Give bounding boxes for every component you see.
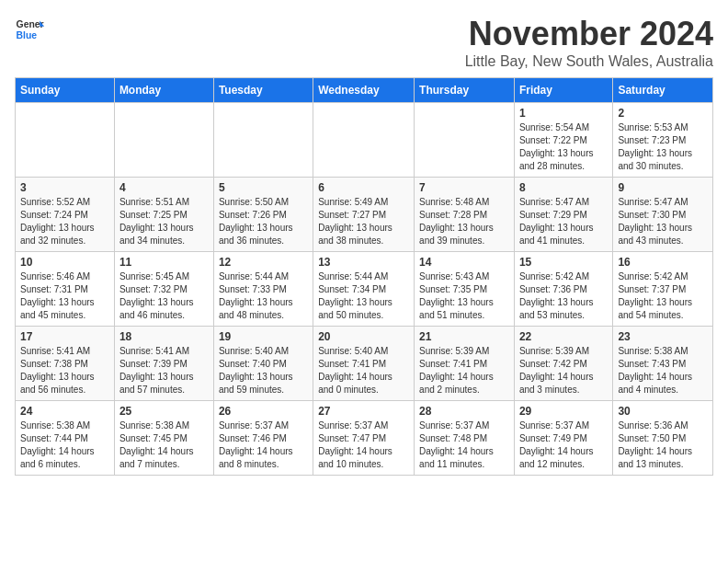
- day-info: Sunrise: 5:52 AM Sunset: 7:24 PM Dayligh…: [20, 196, 109, 247]
- day-info: Sunrise: 5:53 AM Sunset: 7:23 PM Dayligh…: [618, 121, 708, 173]
- calendar-day-cell: 14Sunrise: 5:43 AM Sunset: 7:35 PM Dayli…: [415, 252, 515, 327]
- day-number: 1: [519, 107, 608, 120]
- weekday-header: Wednesday: [313, 78, 415, 103]
- calendar-day-cell: 24Sunrise: 5:38 AM Sunset: 7:44 PM Dayli…: [16, 401, 115, 476]
- calendar-day-cell: 30Sunrise: 5:36 AM Sunset: 7:50 PM Dayli…: [613, 401, 713, 476]
- day-info: Sunrise: 5:46 AM Sunset: 7:31 PM Dayligh…: [20, 270, 109, 322]
- calendar-day-cell: 12Sunrise: 5:44 AM Sunset: 7:33 PM Dayli…: [213, 252, 313, 327]
- day-info: Sunrise: 5:48 AM Sunset: 7:28 PM Dayligh…: [419, 196, 509, 247]
- day-number: 23: [618, 330, 708, 343]
- day-number: 29: [519, 405, 608, 418]
- calendar-day-cell: 10Sunrise: 5:46 AM Sunset: 7:31 PM Dayli…: [16, 252, 115, 327]
- calendar-day-cell: 23Sunrise: 5:38 AM Sunset: 7:43 PM Dayli…: [613, 327, 713, 401]
- day-number: 10: [20, 256, 109, 269]
- day-number: 22: [519, 330, 608, 343]
- calendar-table: SundayMondayTuesdayWednesdayThursdayFrid…: [15, 77, 713, 476]
- day-info: Sunrise: 5:41 AM Sunset: 7:39 PM Dayligh…: [119, 345, 209, 396]
- day-number: 18: [119, 330, 209, 343]
- calendar-day-cell: 15Sunrise: 5:42 AM Sunset: 7:36 PM Dayli…: [514, 252, 612, 327]
- day-info: Sunrise: 5:40 AM Sunset: 7:40 PM Dayligh…: [219, 345, 308, 396]
- calendar-body: 1Sunrise: 5:54 AM Sunset: 7:22 PM Daylig…: [16, 103, 713, 476]
- calendar-week-row: 1Sunrise: 5:54 AM Sunset: 7:22 PM Daylig…: [16, 103, 713, 178]
- month-title: November 2024: [465, 15, 713, 53]
- day-info: Sunrise: 5:47 AM Sunset: 7:29 PM Dayligh…: [519, 196, 608, 247]
- day-number: 30: [618, 405, 708, 418]
- calendar-week-row: 24Sunrise: 5:38 AM Sunset: 7:44 PM Dayli…: [16, 401, 713, 476]
- day-number: 4: [119, 181, 209, 194]
- calendar-day-cell: [16, 103, 115, 178]
- day-number: 12: [219, 256, 308, 269]
- day-info: Sunrise: 5:38 AM Sunset: 7:44 PM Dayligh…: [20, 419, 109, 471]
- calendar-day-cell: 9Sunrise: 5:47 AM Sunset: 7:30 PM Daylig…: [613, 178, 713, 252]
- weekday-header: Monday: [114, 78, 213, 103]
- calendar-day-cell: 19Sunrise: 5:40 AM Sunset: 7:40 PM Dayli…: [213, 327, 313, 401]
- calendar-day-cell: 27Sunrise: 5:37 AM Sunset: 7:47 PM Dayli…: [313, 401, 415, 476]
- calendar-week-row: 10Sunrise: 5:46 AM Sunset: 7:31 PM Dayli…: [16, 252, 713, 327]
- day-number: 17: [20, 330, 109, 343]
- day-info: Sunrise: 5:39 AM Sunset: 7:41 PM Dayligh…: [419, 345, 509, 396]
- calendar-day-cell: [415, 103, 515, 178]
- calendar-day-cell: 5Sunrise: 5:50 AM Sunset: 7:26 PM Daylig…: [213, 178, 313, 252]
- day-info: Sunrise: 5:42 AM Sunset: 7:37 PM Dayligh…: [618, 270, 708, 322]
- calendar-day-cell: 29Sunrise: 5:37 AM Sunset: 7:49 PM Dayli…: [514, 401, 612, 476]
- day-info: Sunrise: 5:44 AM Sunset: 7:34 PM Dayligh…: [318, 270, 409, 322]
- weekday-header: Sunday: [16, 78, 115, 103]
- calendar-day-cell: 18Sunrise: 5:41 AM Sunset: 7:39 PM Dayli…: [114, 327, 213, 401]
- page-header: General Blue November 2024 Little Bay, N…: [15, 15, 713, 70]
- calendar-day-cell: 26Sunrise: 5:37 AM Sunset: 7:46 PM Dayli…: [213, 401, 313, 476]
- day-info: Sunrise: 5:41 AM Sunset: 7:38 PM Dayligh…: [20, 345, 109, 396]
- day-number: 20: [318, 330, 409, 343]
- day-info: Sunrise: 5:38 AM Sunset: 7:45 PM Dayligh…: [119, 419, 209, 471]
- day-number: 3: [20, 181, 109, 194]
- day-info: Sunrise: 5:54 AM Sunset: 7:22 PM Dayligh…: [519, 121, 608, 173]
- calendar-day-cell: 11Sunrise: 5:45 AM Sunset: 7:32 PM Dayli…: [114, 252, 213, 327]
- calendar-day-cell: 13Sunrise: 5:44 AM Sunset: 7:34 PM Dayli…: [313, 252, 415, 327]
- calendar-day-cell: 2Sunrise: 5:53 AM Sunset: 7:23 PM Daylig…: [613, 103, 713, 178]
- day-number: 25: [119, 405, 209, 418]
- day-info: Sunrise: 5:42 AM Sunset: 7:36 PM Dayligh…: [519, 270, 608, 322]
- day-number: 7: [419, 181, 509, 194]
- day-info: Sunrise: 5:50 AM Sunset: 7:26 PM Dayligh…: [219, 196, 308, 247]
- weekday-header: Tuesday: [213, 78, 313, 103]
- day-number: 19: [219, 330, 308, 343]
- calendar-day-cell: [213, 103, 313, 178]
- day-info: Sunrise: 5:49 AM Sunset: 7:27 PM Dayligh…: [318, 196, 409, 247]
- calendar-day-cell: 7Sunrise: 5:48 AM Sunset: 7:28 PM Daylig…: [415, 178, 515, 252]
- day-info: Sunrise: 5:40 AM Sunset: 7:41 PM Dayligh…: [318, 345, 409, 396]
- calendar-header-row: SundayMondayTuesdayWednesdayThursdayFrid…: [16, 78, 713, 103]
- day-number: 26: [219, 405, 308, 418]
- day-number: 21: [419, 330, 509, 343]
- calendar-day-cell: 21Sunrise: 5:39 AM Sunset: 7:41 PM Dayli…: [415, 327, 515, 401]
- day-info: Sunrise: 5:51 AM Sunset: 7:25 PM Dayligh…: [119, 196, 209, 247]
- day-number: 2: [618, 107, 708, 120]
- day-number: 14: [419, 256, 509, 269]
- day-info: Sunrise: 5:45 AM Sunset: 7:32 PM Dayligh…: [119, 270, 209, 322]
- day-info: Sunrise: 5:37 AM Sunset: 7:48 PM Dayligh…: [419, 419, 509, 471]
- calendar-week-row: 3Sunrise: 5:52 AM Sunset: 7:24 PM Daylig…: [16, 178, 713, 252]
- location: Little Bay, New South Wales, Australia: [465, 53, 713, 70]
- calendar-day-cell: 17Sunrise: 5:41 AM Sunset: 7:38 PM Dayli…: [16, 327, 115, 401]
- logo: General Blue: [15, 15, 44, 44]
- day-info: Sunrise: 5:37 AM Sunset: 7:49 PM Dayligh…: [519, 419, 608, 471]
- day-info: Sunrise: 5:37 AM Sunset: 7:47 PM Dayligh…: [318, 419, 409, 471]
- calendar-day-cell: 6Sunrise: 5:49 AM Sunset: 7:27 PM Daylig…: [313, 178, 415, 252]
- weekday-header: Thursday: [415, 78, 515, 103]
- day-info: Sunrise: 5:36 AM Sunset: 7:50 PM Dayligh…: [618, 419, 708, 471]
- day-info: Sunrise: 5:44 AM Sunset: 7:33 PM Dayligh…: [219, 270, 308, 322]
- calendar-day-cell: 28Sunrise: 5:37 AM Sunset: 7:48 PM Dayli…: [415, 401, 515, 476]
- day-number: 13: [318, 256, 409, 269]
- svg-text:Blue: Blue: [17, 30, 38, 40]
- calendar-day-cell: 1Sunrise: 5:54 AM Sunset: 7:22 PM Daylig…: [514, 103, 612, 178]
- weekday-header: Friday: [514, 78, 612, 103]
- weekday-header: Saturday: [613, 78, 713, 103]
- day-number: 11: [119, 256, 209, 269]
- day-info: Sunrise: 5:43 AM Sunset: 7:35 PM Dayligh…: [419, 270, 509, 322]
- calendar-day-cell: [313, 103, 415, 178]
- calendar-day-cell: 4Sunrise: 5:51 AM Sunset: 7:25 PM Daylig…: [114, 178, 213, 252]
- logo-icon: General Blue: [15, 15, 44, 44]
- calendar-day-cell: 25Sunrise: 5:38 AM Sunset: 7:45 PM Dayli…: [114, 401, 213, 476]
- title-block: November 2024 Little Bay, New South Wale…: [465, 15, 713, 70]
- day-number: 5: [219, 181, 308, 194]
- day-info: Sunrise: 5:39 AM Sunset: 7:42 PM Dayligh…: [519, 345, 608, 396]
- calendar-day-cell: [114, 103, 213, 178]
